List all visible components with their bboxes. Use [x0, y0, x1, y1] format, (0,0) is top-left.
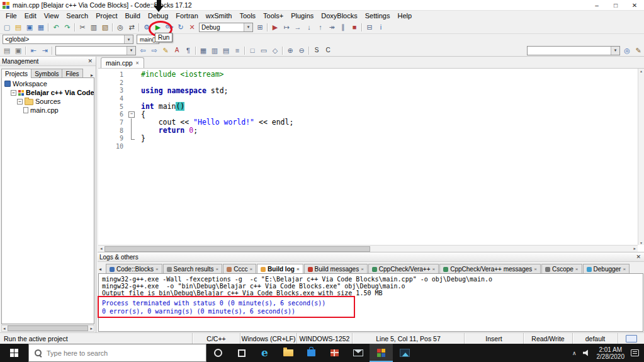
scroll-up-icon[interactable]: ▴ — [640, 69, 642, 73]
close-button[interactable]: ✕ — [625, 0, 644, 10]
replace-button[interactable]: ⇄ — [126, 22, 137, 33]
management-tab-files[interactable]: Files — [62, 69, 82, 78]
scroll-right-icon[interactable]: ▸ — [631, 246, 638, 251]
tree-item-belajar-c-via-code-blocks[interactable]: −Belajar c++ Via Code Blocks — [2, 88, 94, 97]
tree-collapse-icon[interactable]: − — [11, 90, 16, 96]
scroll-right-icon[interactable]: ▸ — [89, 326, 94, 331]
paragraph-button[interactable]: ¶ — [183, 45, 194, 56]
close-tab-icon[interactable]: × — [136, 60, 139, 66]
zoom-out-button[interactable]: ⊖ — [296, 45, 307, 56]
open-button[interactable]: ▤ — [13, 22, 24, 33]
file-explorer-icon[interactable] — [276, 344, 300, 362]
debug-continue-button[interactable]: ▶ — [269, 22, 281, 33]
rows-button[interactable]: ▤ — [220, 45, 232, 56]
close-tab-icon[interactable]: × — [216, 266, 219, 272]
menu-plugins[interactable]: Plugins — [287, 11, 317, 20]
scrollbar-thumb[interactable] — [8, 325, 89, 331]
shape-square-button[interactable]: □ — [247, 45, 258, 56]
next-line-button[interactable]: → — [292, 22, 303, 33]
debugging-windows-button[interactable]: ⊟ — [364, 22, 375, 33]
break-debugger-button[interactable]: ∥ — [337, 22, 349, 33]
tree-collapse-icon[interactable]: − — [17, 99, 23, 105]
dropdown-arrow-icon[interactable]: ▾ — [611, 47, 619, 55]
shape-rect-button[interactable]: ▭ — [258, 45, 269, 56]
menu-help[interactable]: Help — [393, 11, 415, 20]
volume-icon[interactable] — [583, 349, 590, 357]
editor-vertical-scrollbar[interactable]: ▴ ▾ — [638, 69, 644, 245]
new-file-button[interactable]: ▢ — [1, 22, 13, 33]
management-tab-projects[interactable]: Projects — [1, 69, 31, 78]
mail-icon[interactable] — [346, 344, 370, 362]
compiler-settings-button[interactable]: ⊞ — [254, 22, 266, 33]
close-tab-icon[interactable]: × — [623, 266, 626, 272]
log-tab-search-results[interactable]: Search results× — [163, 264, 223, 274]
gift-icon[interactable] — [323, 344, 346, 362]
editor-tab-main-cpp[interactable]: main.cpp × — [101, 57, 144, 68]
dropdown-arrow-icon[interactable]: ▾ — [244, 23, 252, 31]
step-out-button[interactable]: ↑ — [315, 22, 326, 33]
stop-debugger-button[interactable]: ■ — [349, 22, 360, 33]
scroll-left-icon[interactable]: ◂ — [2, 326, 7, 331]
taskbar-clock[interactable]: 2:01 AM 2/28/2020 — [597, 346, 625, 360]
search-settings-button[interactable]: ✎ — [633, 45, 644, 56]
wxsmith-content-button[interactable]: C — [322, 45, 334, 56]
close-tab-icon[interactable]: × — [575, 266, 579, 272]
scroll-down-icon[interactable]: ▾ — [640, 240, 642, 245]
save-button[interactable]: ▣ — [24, 22, 35, 33]
menu-build[interactable]: Build — [121, 11, 144, 20]
cut-button[interactable]: ✂ — [77, 22, 88, 33]
build-target-select[interactable]: Debug▾ — [199, 23, 253, 32]
close-tab-icon[interactable]: × — [432, 266, 436, 272]
log-tab-cppcheck-vera-[interactable]: CppCheck/Vera++× — [368, 264, 439, 274]
tray-chevron-icon[interactable]: ∧ — [572, 350, 577, 356]
menu-wxsmith[interactable]: wxSmith — [202, 11, 236, 20]
menu-settings[interactable]: Settings — [361, 11, 394, 20]
fortran-construct-select[interactable]: ▾ — [55, 46, 136, 55]
menu-view[interactable]: View — [40, 11, 63, 20]
jump-forward-button[interactable]: ⇨ — [149, 45, 160, 56]
code-area[interactable]: 1#include <iostream>23using namespace st… — [98, 69, 638, 245]
scope-select[interactable]: <global> ▾ — [3, 35, 133, 44]
editor-horizontal-scrollbar[interactable]: ◂ ▸ — [98, 245, 638, 252]
columns-button[interactable]: ▥ — [209, 45, 220, 56]
wxsmith-source-button[interactable]: S — [311, 45, 322, 56]
fold-collapse-icon[interactable]: − — [128, 111, 135, 118]
abort-build-button[interactable]: ✕ — [186, 22, 198, 33]
align-button[interactable]: ≡ — [232, 45, 243, 56]
incremental-search-button[interactable]: ◎ — [621, 45, 633, 56]
photos-icon[interactable] — [393, 344, 416, 362]
format-font-button[interactable]: A — [171, 45, 183, 56]
menu-doxyblocks[interactable]: DoxyBlocks — [317, 11, 361, 20]
management-horizontal-scrollbar[interactable]: ◂ ▸ — [1, 325, 94, 332]
menu-tools[interactable]: Tools — [235, 11, 259, 20]
menu-project[interactable]: Project — [92, 11, 121, 20]
store-icon[interactable] — [300, 344, 323, 362]
menu-fortran[interactable]: Fortran — [172, 11, 201, 20]
close-tab-icon[interactable]: × — [534, 266, 537, 272]
save-all-button[interactable]: ▦ — [35, 22, 47, 33]
table-button[interactable]: ▦ — [198, 45, 209, 56]
menu-tools-[interactable]: Tools+ — [259, 11, 287, 20]
scroll-left-icon[interactable]: ◂ — [98, 246, 105, 251]
cortana-icon[interactable] — [206, 344, 230, 362]
taskbar-search-input[interactable]: Type here to search — [28, 344, 206, 362]
redo-button[interactable]: ↷ — [62, 22, 73, 33]
start-button[interactable] — [0, 344, 28, 362]
step-into-button[interactable]: ↓ — [303, 22, 315, 33]
close-panel-icon[interactable]: ✕ — [635, 254, 642, 260]
minimize-button[interactable]: – — [587, 0, 606, 10]
task-view-icon[interactable] — [230, 344, 253, 362]
project-tree[interactable]: Workspace−Belajar c++ Via Code Blocks−So… — [1, 77, 94, 324]
menu-search[interactable]: Search — [62, 11, 92, 20]
tabs-scroll-left-icon[interactable]: ◂ — [99, 266, 101, 272]
tree-item-main.cpp[interactable]: main.cpp — [2, 106, 94, 115]
highlight-occurrences-button[interactable]: ✎ — [160, 45, 171, 56]
browse-forward-button[interactable]: ⇥ — [39, 45, 50, 56]
close-tab-icon[interactable]: × — [155, 266, 159, 272]
zoom-in-button[interactable]: ⊕ — [285, 45, 296, 56]
dropdown-arrow-icon[interactable]: ▾ — [127, 47, 135, 55]
find-button[interactable]: ◎ — [115, 22, 126, 33]
close-tab-icon[interactable]: × — [249, 266, 252, 272]
dropdown-arrow-icon[interactable]: ▾ — [124, 35, 133, 43]
doxyblocks-view-button[interactable]: ▣ — [13, 45, 24, 56]
